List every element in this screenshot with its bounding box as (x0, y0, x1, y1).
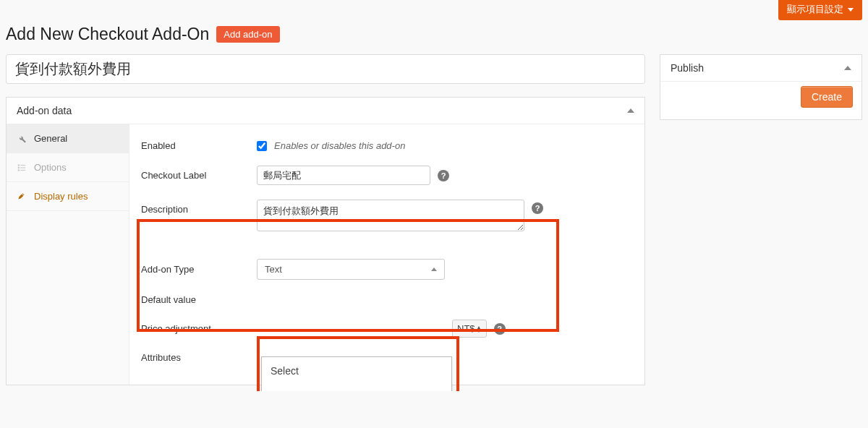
general-form: Enabled Enables or disables this add-on … (129, 124, 644, 385)
panel-toggle-icon[interactable] (844, 66, 851, 70)
description-label: Description (141, 200, 250, 215)
tab-options-label: Options (34, 162, 67, 173)
svg-rect-0 (18, 164, 20, 166)
page-title: Add New Checkout Add-On (6, 25, 209, 44)
settings-tabs: General Options Display rules (7, 124, 129, 385)
publish-heading: Publish (671, 62, 704, 74)
publish-panel: Publish Create (660, 54, 862, 120)
screen-options-label: 顯示項目設定 (787, 3, 843, 16)
pin-icon (17, 192, 27, 202)
type-option-multiselect[interactable]: Multiselect (262, 385, 451, 391)
screen-options-button[interactable]: 顯示項目設定 (778, 0, 862, 20)
attributes-label: Attributes (141, 352, 250, 363)
tab-display-rules[interactable]: Display rules (7, 182, 129, 211)
addon-type-select[interactable]: Text (257, 259, 445, 280)
enabled-checkbox[interactable] (257, 141, 267, 151)
create-button[interactable]: Create (801, 86, 853, 108)
addon-data-panel: Add-on data General Options (6, 97, 645, 385)
add-addon-button[interactable]: Add add-on (216, 26, 279, 43)
help-icon[interactable]: ? (494, 323, 506, 335)
tab-options[interactable]: Options (7, 153, 129, 182)
type-option-select[interactable]: Select (262, 357, 451, 385)
stepper-icon: ▲▼ (477, 325, 482, 333)
help-icon[interactable]: ? (532, 202, 543, 214)
currency-label: NT$ (457, 323, 475, 334)
enabled-hint: Enables or disables this add-on (274, 140, 405, 151)
svg-rect-2 (18, 166, 20, 168)
default-value-label: Default value (141, 294, 250, 305)
wrench-icon (17, 134, 27, 144)
svg-rect-4 (18, 169, 20, 171)
svg-rect-3 (20, 167, 25, 168)
chevron-down-icon (848, 8, 854, 12)
help-icon[interactable]: ? (438, 170, 449, 181)
addon-title-input[interactable] (6, 54, 645, 84)
tab-general-label: General (34, 133, 67, 144)
enabled-label: Enabled (141, 140, 250, 151)
checkout-label-input[interactable] (257, 166, 430, 185)
svg-rect-1 (20, 164, 25, 165)
list-icon (17, 163, 27, 173)
tab-display-rules-label: Display rules (34, 191, 88, 202)
addon-data-heading: Add-on data (17, 105, 72, 116)
price-currency-select[interactable]: NT$ ▲▼ (452, 320, 487, 338)
chevron-up-icon (431, 268, 437, 271)
price-adjustment-label: Price adjustment (141, 323, 250, 334)
tab-general[interactable]: General (7, 124, 129, 153)
addon-type-selected: Text (265, 264, 282, 275)
description-textarea[interactable] (257, 200, 524, 231)
addon-type-label: Add-on Type (141, 264, 250, 275)
svg-rect-5 (20, 169, 25, 170)
checkout-label-label: Checkout Label (141, 170, 250, 181)
addon-type-dropdown: Select Multiselect Radio Checkbox Multi-… (261, 356, 452, 391)
panel-toggle-icon[interactable] (627, 108, 634, 113)
